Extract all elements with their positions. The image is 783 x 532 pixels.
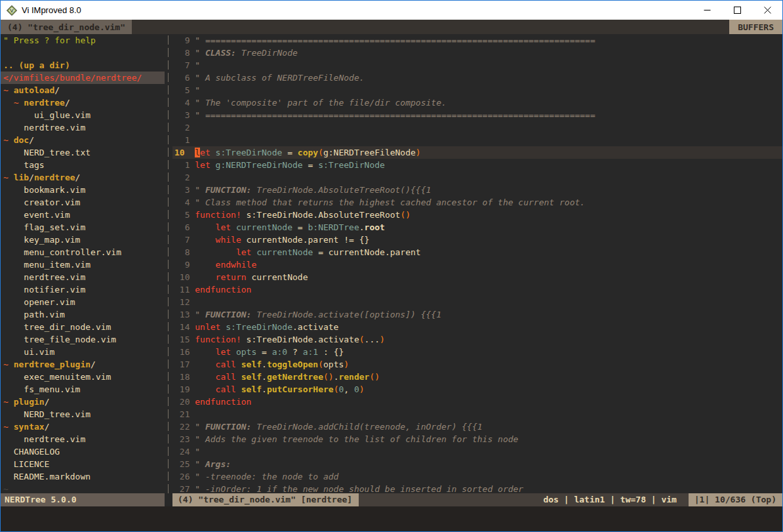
tab-active[interactable]: (4) "tree_dir_node.vim": [1, 20, 132, 34]
tree-row[interactable]: path.vim: [1, 308, 165, 321]
code-token: currentNode: [247, 272, 308, 282]
line-number: 2: [172, 121, 195, 134]
tree-row[interactable]: ~ lib/nerdtree/: [1, 171, 165, 184]
code-line[interactable]: 4" Class method that returns the highest…: [172, 196, 782, 209]
code-line[interactable]: 5function! s:TreeDirNode.AbsoluteTreeRoo…: [172, 209, 782, 221]
tree-row[interactable]: README.markdown: [1, 470, 165, 483]
code-line[interactable]: 5": [172, 84, 782, 96]
line-number: 19: [172, 383, 195, 396]
tree-row[interactable]: ~ nerdtree/: [1, 96, 165, 109]
close-button[interactable]: [752, 1, 782, 20]
code-line[interactable]: 3" =====================================…: [172, 109, 782, 121]
code-token: =: [303, 160, 318, 170]
code-line[interactable]: 13" FUNCTION: TreeDirNode.activate([opti…: [172, 308, 782, 321]
code-token: nerdtree: [24, 98, 65, 108]
code-line[interactable]: 21: [172, 408, 782, 420]
code-line-current[interactable]: 10let s:TreeDirNode = copy(g:NERDTreeFil…: [172, 146, 782, 159]
code-line[interactable]: 2: [172, 121, 782, 134]
tree-row[interactable]: ~ doc/: [1, 134, 165, 146]
gvim-window: V Vi IMproved 8.0 (4) "tree_dir_node.vim…: [0, 0, 783, 532]
code-token: ": [195, 310, 205, 319]
code-token: /: [45, 397, 50, 407]
status-bar: NERDTree 5.0.0 (4) "tree_dir_node.vim" […: [1, 493, 782, 506]
code-token: [195, 272, 215, 282]
code-line[interactable]: 9 endwhile: [172, 258, 782, 271]
code-line[interactable]: 25" Args:: [172, 458, 782, 470]
editor-panel[interactable]: 9" =====================================…: [172, 34, 782, 493]
tree-row[interactable]: ui_glue.vim: [1, 109, 165, 121]
code-line[interactable]: 15function! s:TreeDirNode.activate(...): [172, 333, 782, 346]
code-line[interactable]: 6 let currentNode = b:NERDTree.root: [172, 221, 782, 234]
tree-row[interactable]: flag_set.vim: [1, 221, 165, 234]
code-line[interactable]: 4" The 'composite' part of the file/dir …: [172, 96, 782, 109]
tree-row[interactable]: key_map.vim: [1, 234, 165, 246]
tree-row[interactable]: ~ nerdtree_plugin/: [1, 358, 165, 371]
code-token: [195, 235, 215, 245]
tree-row[interactable]: tree_dir_node.vim: [1, 321, 165, 333]
tree-row[interactable]: .. (up a dir): [1, 59, 165, 72]
code-line[interactable]: 12: [172, 296, 782, 308]
code-token: [195, 384, 215, 394]
code-line[interactable]: 18 call self.getNerdtree().render(): [172, 371, 782, 383]
code-line[interactable]: 22" FUNCTION: TreeDirNode.addChild(treen…: [172, 420, 782, 433]
code-line[interactable]: 23" Adds the given treenode to the list …: [172, 433, 782, 445]
code-line[interactable]: 10 return currentNode: [172, 271, 782, 283]
code-line[interactable]: 16 let opts = a:0 ? a:1 : {}: [172, 346, 782, 358]
code-line[interactable]: 11endfunction: [172, 283, 782, 296]
tree-row[interactable]: tags: [1, 159, 165, 171]
code-line[interactable]: 3" FUNCTION: TreeDirNode.AbsoluteTreeRoo…: [172, 184, 782, 196]
code-token: b:NERDTree: [308, 222, 359, 232]
maximize-button[interactable]: [722, 1, 752, 20]
code-line[interactable]: 26" -treenode: the node to add: [172, 470, 782, 483]
tree-row[interactable]: exec_menuitem.vim: [1, 371, 165, 383]
tree-row[interactable]: notifier.vim: [1, 283, 165, 296]
code-line[interactable]: 7 while currentNode.parent != {}: [172, 234, 782, 246]
tree-row[interactable]: LICENCE: [1, 458, 165, 470]
tree-row[interactable]: ~ plugin/: [1, 396, 165, 408]
code-line[interactable]: 14unlet s:TreeDirNode.activate: [172, 321, 782, 333]
code-line[interactable]: 17 call self.toggleOpen(opts): [172, 358, 782, 371]
tree-row[interactable]: fs_menu.vim: [1, 383, 165, 396]
minimize-button[interactable]: [692, 1, 722, 20]
tree-row[interactable]: NERD_tree.vim: [1, 408, 165, 420]
tree-row[interactable]: CHANGELOG: [1, 445, 165, 458]
code-token: .activate: [292, 322, 338, 332]
tree-row[interactable]: creator.vim: [1, 196, 165, 209]
code-line[interactable]: 6" A subclass of NERDTreeFileNode.: [172, 72, 782, 84]
nerdtree-panel[interactable]: " Press ? for help.. (up a dir)</vimfile…: [1, 34, 165, 493]
tree-row[interactable]: ~ syntax/: [1, 420, 165, 433]
code-line[interactable]: 1let g:NERDTreeDirNode = s:TreeDirNode: [172, 159, 782, 171]
code-token: s:TreeDirNode.activate: [241, 335, 359, 344]
tree-row[interactable]: NERD_tree.txt: [1, 146, 165, 159]
tree-row[interactable]: opener.vim: [1, 296, 165, 308]
code-line[interactable]: 7": [172, 59, 782, 72]
window-split-separator[interactable]: [165, 34, 172, 493]
code-line[interactable]: 20endfunction: [172, 396, 782, 408]
code-line[interactable]: 27" -inOrder: 1 if the new node should b…: [172, 483, 782, 493]
tree-row[interactable]: nerdtree.vim: [1, 433, 165, 445]
tree-row[interactable]: menu_item.vim: [1, 258, 165, 271]
code-token: /: [45, 422, 50, 432]
tree-root-row[interactable]: </vimfiles/bundle/nerdtree/: [1, 72, 165, 84]
command-line-area[interactable]: [1, 506, 782, 531]
window-controls: [692, 1, 782, 20]
tree-row[interactable]: nerdtree.vim: [1, 121, 165, 134]
window-title: Vi IMproved 8.0: [22, 5, 81, 15]
code-line[interactable]: 8" CLASS: TreeDirNode: [172, 47, 782, 59]
tree-row[interactable]: bookmark.vim: [1, 184, 165, 196]
code-token: [236, 359, 241, 369]
code-line[interactable]: 2: [172, 171, 782, 184]
tree-row[interactable]: tree_file_node.vim: [1, 333, 165, 346]
tree-row[interactable]: ui.vim: [1, 346, 165, 358]
code-line[interactable]: 9" =====================================…: [172, 34, 782, 47]
code-line[interactable]: 24": [172, 445, 782, 458]
tree-row[interactable]: nerdtree.vim: [1, 271, 165, 283]
tree-row[interactable]: menu_controller.vim: [1, 246, 165, 258]
code-line[interactable]: 19 call self.putCursorHere(0, 0): [172, 383, 782, 396]
buffers-label: BUFFERS: [729, 20, 782, 34]
tree-row[interactable]: event.vim: [1, 209, 165, 221]
code-line[interactable]: 1: [172, 134, 782, 146]
code-line[interactable]: 8 let currentNode = currentNode.parent: [172, 246, 782, 258]
tree-row[interactable]: ~ autoload/: [1, 84, 165, 96]
code-token: currentNode.parent != {}: [241, 235, 370, 245]
